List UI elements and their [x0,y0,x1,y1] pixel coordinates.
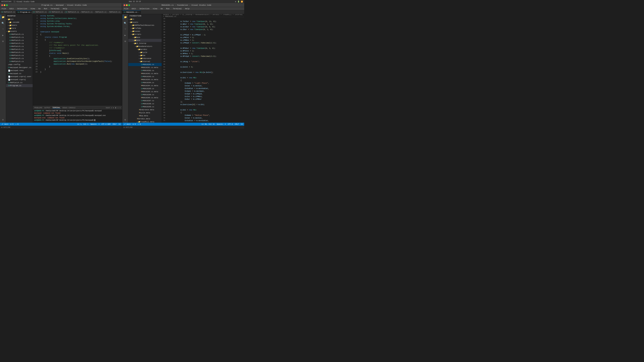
menu-view[interactable]: View [30,8,36,10]
tree-mapcatch5[interactable]: C# MAPCatch.cs [6,45,33,48]
right-maximize-button[interactable] [128,4,130,6]
menu-file[interactable]: File [1,8,7,10]
right-tree-mg010209[interactable]: C# MG010209.cs [128,105,162,108]
tree-mapcatch9[interactable]: C# MAPCatch.cs [6,57,33,60]
right-tree-mg010208[interactable]: C# MG010208.cs [128,102,162,105]
source-control-icon[interactable]: ⑂ [1,27,5,31]
right-tree-mg010201[interactable]: C# MG010201.cs [128,63,162,66]
right-language-mode[interactable]: C# [241,123,243,125]
right-menu-view[interactable]: View [152,8,158,10]
right-tree-interval[interactable]: ▼📁Interval [128,60,162,63]
right-tree-mg010202[interactable]: C# MG010202.cs [128,69,162,72]
right-git-branch[interactable]: ⎇ main [124,123,131,125]
tree-beats[interactable]: ▶📁beats [6,24,33,27]
right-tree-scripts[interactable]: ▼📁Scripts [128,33,162,36]
right-menu-go[interactable]: Go [160,8,164,10]
right-encoding[interactable]: UTF-8 [228,123,233,125]
right-tree-mg010205[interactable]: C# MG010205.cs [128,87,162,90]
tab-mapcatch6[interactable]: MAPCatch.cs ✕ [94,10,108,14]
right-tree-mg010202-meta[interactable]: M MG010202.cs.meta [128,72,162,75]
right-tree-row-meta[interactable]: M Row.meta [128,114,162,117]
terminal-tab[interactable]: TERMINAL [52,107,60,109]
right-search-icon[interactable]: 🔍 [123,21,128,25]
warning-count[interactable]: ⚠ 0 [16,123,18,125]
tab-mapcatch1[interactable]: C# MAPCatch.cs ✕ [0,10,16,14]
tree-appconfig[interactable]: ⚙ App.config [6,63,33,66]
right-menu-selection[interactable]: Selection [139,8,150,10]
right-tree-aerobic[interactable]: ▼📁Aerobic [128,48,162,51]
minimize-button[interactable] [4,4,5,6]
right-menu-edit[interactable]: Edit [131,8,137,10]
settings-icon[interactable]: ⚙ [1,117,5,122]
debug-icon[interactable]: ▶ [1,33,5,37]
tree-core[interactable]: ▶📁Core [6,27,33,30]
menu-run[interactable]: Run [43,8,48,10]
terminal-controls[interactable]: bash ∨ ⊕ 🗑 □ ✕ [106,107,120,109]
right-tree-aerobic-meta[interactable]: M Aerobic.meta [128,117,162,120]
right-tree-mg010207[interactable]: C# MG010207.cs [128,99,162,102]
right-source-control-icon[interactable]: ⑂ [123,27,128,31]
git-branch[interactable]: ⎇ main [1,123,8,125]
maximize-button[interactable] [6,4,8,6]
tab-mapcatch7[interactable]: MAPCatch.cs ✕ [108,10,122,14]
tree-mapcatch8[interactable]: C# MAPCatch.cs [6,54,33,57]
right-tree-scenes[interactable]: ▶📁Scenes [128,30,162,33]
left-code-lines[interactable]: using System; using System.Collections.G… [39,14,122,106]
close-button[interactable] [1,4,3,6]
right-tree-treadmill[interactable]: ▶📁TreadMill.meta [128,120,162,123]
os-settings-icon[interactable]: ⚙ [235,1,236,3]
right-tree-mg010204-meta[interactable]: M MG010204.cs.meta [128,84,162,87]
right-spaces[interactable]: Spaces: 4 [217,123,226,125]
right-tree-mg010204[interactable]: C# MG010204.cs [128,81,162,84]
right-extensions-icon[interactable]: ⊞ [123,39,128,43]
right-tree-mg010201-meta[interactable]: M MG010201.cs.meta [128,66,162,69]
tab-mg010201[interactable]: C# MG010201.cs ✕ [122,10,141,14]
right-cursor-position[interactable]: Ln 38, Col 32 [202,123,215,125]
tab-program-cs[interactable]: C# Program.cs ✕ [16,10,32,14]
right-tree-cycle[interactable]: ▶📁Cycle [128,51,162,54]
line-ending[interactable]: CRLF [112,123,116,125]
right-warning-count[interactable]: ⚠ 0 [138,123,141,125]
right-tree-assets[interactable]: ▼📁Assets [128,21,162,24]
right-tree-base[interactable]: ▶📁Base [128,36,162,39]
right-error-count[interactable]: ⊗ 0 [133,123,136,125]
right-explorer-icon[interactable]: 📁 [123,15,128,19]
os-activities[interactable]: Activities [1,1,12,2]
tree-vscode[interactable]: ▶📁.vscode [6,21,33,24]
right-menu-terminal[interactable]: Terminal [172,8,182,10]
debug-console-tab[interactable]: DEBUG CONSOLE [62,107,76,109]
tree-mapcatch4[interactable]: C# MAPCatch.cs [6,42,33,45]
output-tab[interactable]: OUTPUT [44,107,50,109]
tree-assets[interactable]: ▼📁Assets [6,30,33,33]
right-settings-icon[interactable]: ⚙ [123,117,128,122]
tree-mapcatch2[interactable]: C# MAPCatch.cs [6,36,33,39]
tree-moonpad-csproj[interactable]: 📄 moonpad.csproj [6,78,33,81]
right-tree-movegenerators[interactable]: ▼📁MoveGenerators [128,45,162,48]
os-app-name[interactable]: ⬛ Visual Studio Code [14,1,34,3]
right-menu-file[interactable]: File [123,8,129,10]
right-tree-endurance[interactable]: ▶📁Endurance [128,57,162,60]
tree-mapcatch10[interactable]: C# MAPCatch.cs [6,60,33,63]
right-minimize-button[interactable] [126,4,128,6]
right-code-lines[interactable]: m.TotDur = new TimeSpan(0, 11, 0); m.WDu… [166,17,244,123]
right-tree-endurance-meta[interactable]: M Endurance.meta [128,108,162,111]
encoding[interactable]: UTF-8 BOM [102,123,110,125]
right-tree-in[interactable]: ▶📁in [128,18,162,21]
tree-mapcatch7[interactable]: C# MAPCatch.cs [6,51,33,54]
menu-terminal[interactable]: Terminal [50,8,60,10]
explorer-icon[interactable]: 📁 [1,15,5,19]
tree-mapcatch3[interactable]: C# MAPCatch.cs [6,39,33,42]
tab-mapcatch4[interactable]: C# MAPCatch.cs ✕ [64,10,80,14]
right-menu-run[interactable]: Run [166,8,170,10]
tab-mapcatch3[interactable]: C# MAPCatch.cs ✕ [48,10,64,14]
menu-go[interactable]: Go [38,8,41,10]
menu-help[interactable]: Help [62,8,68,10]
tree-program-cs[interactable]: C# Program.cs [6,84,33,87]
tree-mainpad-resx[interactable]: 📄 mainpad.resx [6,69,33,72]
language-mode[interactable]: C# [118,123,120,125]
tree-mainpad-designer[interactable]: C# mainpad.Designer.cs [6,66,33,69]
right-tree-ui-interop[interactable]: ▼📁UI_Interop [128,42,162,45]
error-count[interactable]: ⊗ 0 [10,123,14,125]
right-tree-mg010206-meta[interactable]: M MG010206.cs.meta [128,96,162,99]
tree-moonpad-user[interactable]: 📄 moonpad.csproj.user [6,75,33,78]
